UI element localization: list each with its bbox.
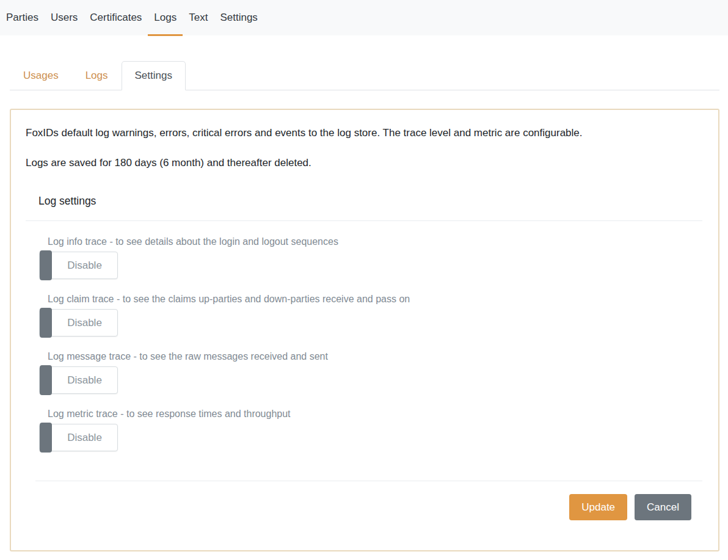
log-metric-trace-toggle[interactable]: Disable (39, 424, 118, 451)
log-settings-panel: FoxIDs default log warnings, errors, cri… (10, 109, 719, 551)
log-settings-card: Log settings Log info trace - to see det… (26, 195, 702, 451)
tab-logs[interactable]: Logs (72, 61, 122, 90)
nav-item-logs[interactable]: Logs (148, 0, 183, 35)
log-info-trace-toggle[interactable]: Disable (39, 252, 118, 279)
log-claim-trace-toggle[interactable]: Disable (39, 309, 118, 336)
section-divider (26, 220, 702, 221)
log-metric-trace-group: Log metric trace - to see response times… (39, 409, 702, 451)
nav-item-users[interactable]: Users (45, 0, 84, 35)
log-settings-title: Log settings (26, 195, 702, 208)
toggle-state-label: Disable (67, 260, 102, 271)
toggle-state-label: Disable (67, 317, 102, 329)
log-message-trace-group: Log message trace - to see the raw messa… (39, 351, 702, 394)
log-claim-trace-label: Log claim trace - to see the claims up-p… (48, 294, 702, 305)
top-navbar: Parties Users Certificates Logs Text Set… (0, 0, 728, 35)
form-actions: Update Cancel (26, 494, 702, 520)
toggle-handle (40, 423, 52, 453)
tab-usages[interactable]: Usages (10, 61, 72, 90)
toggle-handle (40, 250, 52, 280)
toggle-state-label: Disable (67, 432, 102, 443)
log-metric-trace-label: Log metric trace - to see response times… (48, 409, 702, 420)
log-store-description: FoxIDs default log warnings, errors, cri… (26, 126, 702, 141)
log-settings-form: Log info trace - to see details about th… (26, 236, 702, 451)
nav-item-settings[interactable]: Settings (214, 0, 263, 35)
log-info-trace-label: Log info trace - to see details about th… (48, 236, 702, 247)
update-button[interactable]: Update (569, 494, 627, 520)
nav-item-text[interactable]: Text (183, 0, 214, 35)
toggle-handle (40, 365, 52, 395)
toggle-handle (40, 308, 52, 338)
log-claim-trace-group: Log claim trace - to see the claims up-p… (39, 294, 702, 336)
log-info-trace-group: Log info trace - to see details about th… (39, 236, 702, 279)
actions-divider (35, 481, 702, 481)
nav-item-certificates[interactable]: Certificates (84, 0, 148, 35)
tab-settings[interactable]: Settings (122, 61, 186, 90)
logs-tab-bar: Usages Logs Settings (10, 61, 719, 90)
log-retention-description: Logs are saved for 180 days (6 month) an… (26, 156, 702, 171)
toggle-state-label: Disable (67, 374, 102, 386)
log-message-trace-toggle[interactable]: Disable (39, 366, 118, 394)
nav-item-parties[interactable]: Parties (0, 0, 45, 35)
log-message-trace-label: Log message trace - to see the raw messa… (48, 351, 702, 362)
cancel-button[interactable]: Cancel (635, 494, 691, 520)
